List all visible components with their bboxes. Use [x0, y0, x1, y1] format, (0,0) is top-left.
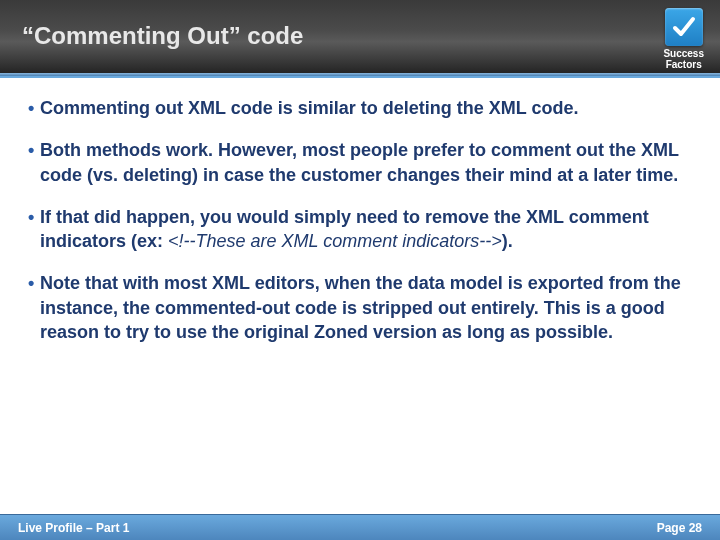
- footer-page-number: Page 28: [657, 521, 702, 535]
- bullet-4: Note that with most XML editors, when th…: [28, 271, 692, 344]
- bullet-1: Commenting out XML code is similar to de…: [28, 96, 692, 120]
- bullet-3: If that did happen, you would simply nee…: [28, 205, 692, 254]
- slide-title: “Commenting Out” code: [0, 0, 720, 50]
- footer-left-text: Live Profile – Part 1: [18, 521, 129, 535]
- slide-footer: Live Profile – Part 1 Page 28: [0, 514, 720, 540]
- header-accent-line: [0, 73, 720, 76]
- brand-text: Success Factors: [663, 48, 704, 70]
- bullet-3-post: ).: [502, 231, 513, 251]
- bullet-2: Both methods work. However, most people …: [28, 138, 692, 187]
- slide-content: Commenting out XML code is similar to de…: [0, 78, 720, 344]
- successfactors-icon: [665, 8, 703, 46]
- brand-text-line1: Success: [663, 48, 704, 59]
- brand-logo: Success Factors: [663, 8, 704, 70]
- slide-header: “Commenting Out” code Success Factors: [0, 0, 720, 78]
- brand-text-line2: Factors: [666, 59, 702, 70]
- bullet-3-italic: <!--These are XML comment indicators-->: [168, 231, 502, 251]
